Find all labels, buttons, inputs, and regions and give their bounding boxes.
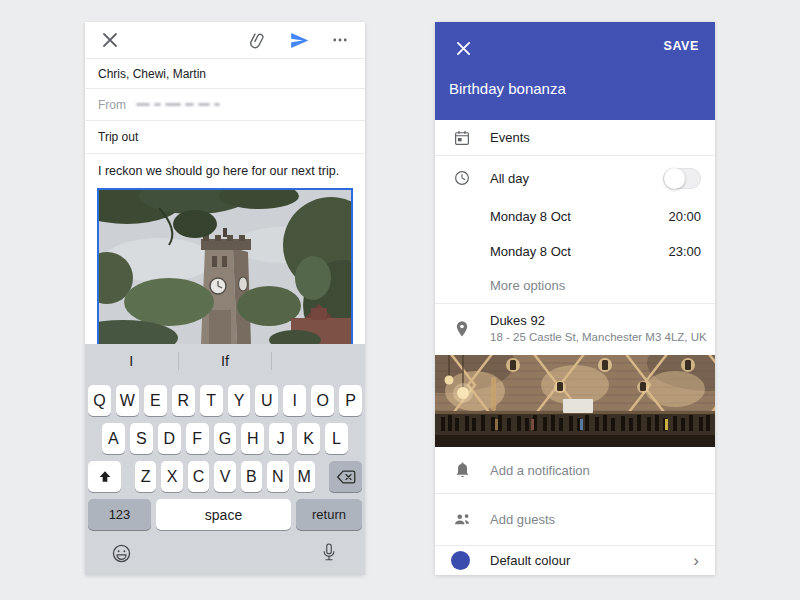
from-email-redacted	[136, 103, 220, 106]
event-title-input[interactable]: Birthday bonanza	[449, 80, 566, 97]
space-key[interactable]: space	[156, 499, 291, 530]
key-h[interactable]: H	[241, 423, 264, 454]
chevron-right-icon: ›	[693, 552, 699, 569]
key-123[interactable]: 123	[88, 499, 151, 530]
subject-field[interactable]: Trip out	[85, 121, 365, 154]
divider	[435, 155, 715, 156]
suggestion-2[interactable]: If	[179, 344, 272, 378]
key-x[interactable]: X	[161, 461, 182, 492]
key-f[interactable]: F	[186, 423, 209, 454]
key-v[interactable]: V	[214, 461, 235, 492]
key-d[interactable]: D	[158, 423, 181, 454]
event-edit-screen: SAVE Birthday bonanza Events All day Mon…	[435, 22, 715, 575]
keyboard-row-4: 123 space return	[85, 499, 365, 530]
add-guests-label: Add guests	[490, 512, 555, 527]
add-guests-row[interactable]: Add guests	[435, 493, 715, 545]
start-time[interactable]: 20:00	[668, 209, 701, 224]
event-header: SAVE Birthday bonanza	[435, 22, 715, 120]
suggestion-bar: I If	[85, 344, 365, 378]
key-z[interactable]: Z	[135, 461, 156, 492]
key-t[interactable]: T	[200, 385, 223, 416]
location-row[interactable]: Dukes 92 18 - 25 Castle St, Manchester M…	[435, 307, 715, 351]
keyboard-bottom-bar	[85, 531, 365, 575]
bell-icon	[452, 460, 472, 480]
venue-photo-dukes92[interactable]	[435, 355, 715, 447]
key-o[interactable]: O	[311, 385, 334, 416]
key-u[interactable]: U	[255, 385, 278, 416]
end-time[interactable]: 23:00	[668, 244, 701, 259]
send-icon[interactable]	[287, 28, 311, 52]
all-day-label: All day	[490, 171, 529, 186]
end-date[interactable]: Monday 8 Oct	[490, 244, 571, 259]
shift-key[interactable]	[88, 461, 121, 492]
overflow-icon[interactable]	[328, 28, 352, 52]
colour-label: Default colour	[490, 553, 570, 568]
keyboard-row-3: Z X C V B N M	[85, 461, 365, 492]
add-notification-label: Add a notification	[490, 463, 590, 478]
calendar-icon	[452, 128, 472, 148]
clock-icon	[452, 168, 472, 188]
from-field[interactable]: From	[85, 89, 365, 121]
key-n[interactable]: N	[267, 461, 288, 492]
mic-icon[interactable]	[317, 541, 341, 565]
more-options-row: More options	[435, 270, 715, 300]
save-button[interactable]: SAVE	[663, 39, 699, 53]
guests-icon	[452, 509, 472, 529]
key-m[interactable]: M	[294, 461, 315, 492]
key-c[interactable]: C	[188, 461, 209, 492]
suggestion-3[interactable]	[272, 344, 365, 378]
toggle-knob	[664, 168, 685, 189]
key-q[interactable]: Q	[88, 385, 111, 416]
colour-dot	[451, 551, 470, 570]
end-datetime-row: Monday 8 Oct 23:00	[435, 235, 715, 267]
message-body[interactable]: I reckon we should go here for our next …	[85, 154, 365, 188]
close-icon[interactable]	[451, 36, 475, 60]
key-w[interactable]: W	[116, 385, 139, 416]
keyboard-row-2: A S D F G H J K L	[85, 423, 365, 454]
key-y[interactable]: Y	[228, 385, 251, 416]
key-i[interactable]: I	[283, 385, 306, 416]
calendar-select-row[interactable]: Events	[435, 120, 715, 155]
inline-photo-clock-tower[interactable]	[97, 188, 353, 344]
location-block: Dukes 92 18 - 25 Castle St, Manchester M…	[490, 313, 707, 344]
ios-keyboard: I If Q W E R T Y U I O P A S D F G H J K	[85, 344, 365, 575]
backspace-key[interactable]	[329, 461, 362, 492]
more-options-link[interactable]: More options	[490, 278, 565, 293]
emoji-icon[interactable]	[109, 541, 133, 565]
keyboard-row-1: Q W E R T Y U I O P	[85, 385, 365, 416]
attachment-icon[interactable]	[246, 28, 270, 52]
key-p[interactable]: P	[339, 385, 362, 416]
suggestion-1[interactable]: I	[85, 344, 178, 378]
from-label: From	[98, 98, 126, 112]
divider	[435, 303, 715, 304]
all-day-row: All day	[435, 162, 715, 194]
compose-header	[85, 22, 365, 59]
key-j[interactable]: J	[269, 423, 292, 454]
recipients-text: Chris, Chewi, Martin	[98, 67, 206, 81]
key-s[interactable]: S	[130, 423, 153, 454]
location-pin-icon	[452, 319, 472, 339]
key-e[interactable]: E	[144, 385, 167, 416]
add-notification-row[interactable]: Add a notification	[435, 447, 715, 493]
key-l[interactable]: L	[325, 423, 348, 454]
location-address: 18 - 25 Castle St, Manchester M3 4LZ, UK	[490, 331, 707, 345]
close-icon[interactable]	[98, 28, 122, 52]
compose-screen: Chris, Chewi, Martin From Trip out I rec…	[85, 22, 365, 575]
calendar-name: Events	[490, 130, 530, 145]
recipients-field[interactable]: Chris, Chewi, Martin	[85, 59, 365, 89]
backspace-icon	[336, 469, 356, 485]
key-b[interactable]: B	[241, 461, 262, 492]
return-key[interactable]: return	[296, 499, 362, 530]
subject-text: Trip out	[98, 130, 138, 144]
location-name: Dukes 92	[490, 313, 707, 329]
all-day-toggle[interactable]	[663, 168, 701, 189]
key-k[interactable]: K	[297, 423, 320, 454]
key-a[interactable]: A	[102, 423, 125, 454]
key-r[interactable]: R	[172, 385, 195, 416]
key-g[interactable]: G	[214, 423, 237, 454]
start-datetime-row: Monday 8 Oct 20:00	[435, 200, 715, 232]
shift-icon	[97, 469, 113, 485]
body-text: I reckon we should go here for our next …	[98, 164, 339, 178]
start-date[interactable]: Monday 8 Oct	[490, 209, 571, 224]
colour-row[interactable]: Default colour ›	[435, 545, 715, 575]
